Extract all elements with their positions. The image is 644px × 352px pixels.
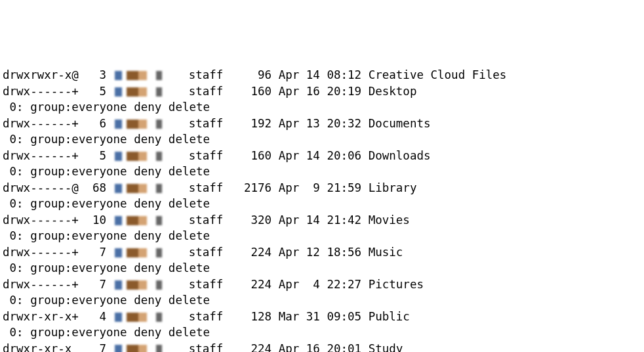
acl-line: 0: group:everyone deny delete [3,131,641,148]
size: 224 [237,278,272,291]
filename: Downloads [369,149,431,162]
space [175,181,189,194]
links: 7 [85,278,106,291]
filename: Study [369,342,403,353]
owner-obscured [115,87,174,97]
links: 7 [85,246,106,259]
space [272,149,279,162]
date: Apr 12 18:56 [279,246,361,259]
date: Apr 14 20:06 [279,149,361,162]
space [361,246,369,259]
group: staff [189,213,224,227]
space [272,246,279,259]
space [106,342,113,353]
filename: Music [369,246,403,259]
ls-row: drwx------+ 7 staff 224 Apr 4 22:27 Pict… [3,276,641,293]
space [361,213,369,227]
group: staff [189,278,224,291]
group: staff [189,149,224,162]
size: 128 [237,310,272,323]
links: 5 [85,85,106,98]
acl-line: 0: group:everyone deny delete [3,260,641,276]
space [79,149,86,162]
space [272,278,279,291]
ls-row: drwx------@ 68 staff 2176 Apr 9 21:59 Li… [3,180,641,196]
perms: drwx------+ [3,213,79,227]
group: staff [189,310,224,323]
group: staff [189,181,224,194]
ls-row: drwx------+ 10 staff 320 Apr 14 21:42 Mo… [3,212,641,229]
perms: drwx------+ [3,149,79,162]
space [223,149,237,162]
space [106,213,113,227]
owner-obscured [115,313,174,322]
size: 192 [237,117,272,130]
filename: Creative Cloud Files [369,68,507,81]
space [175,85,189,98]
space [79,213,86,227]
space [272,85,279,98]
space [361,278,369,291]
ls-row: drwx------+ 5 staff 160 Apr 16 20:19 Des… [3,83,641,100]
links: 3 [85,68,106,81]
space [361,117,369,130]
size: 224 [237,246,272,259]
space [361,342,369,353]
date: Mar 31 09:05 [279,310,361,323]
space [175,246,189,259]
space [272,213,279,227]
space [106,310,113,323]
space [223,246,237,259]
filename: Pictures [369,278,424,291]
links: 4 [85,310,106,323]
space [361,181,369,194]
perms: drwx------+ [3,85,79,98]
links: 6 [85,117,106,130]
links: 10 [85,213,106,227]
space [79,246,86,259]
group: staff [189,246,224,259]
space [361,310,369,323]
group: staff [189,85,224,98]
space [106,149,113,162]
size: 96 [237,68,272,81]
space [106,85,113,98]
space [223,117,237,130]
perms: drwx------+ [3,117,79,130]
space [175,342,189,353]
group: staff [189,68,224,81]
ls-row: drwxr-xr-x 7 staff 224 Apr 16 20:01 Stud… [3,341,641,353]
acl-line: 0: group:everyone deny delete [3,324,641,341]
space [272,181,279,194]
date: Apr 16 20:01 [279,342,361,353]
date: Apr 16 20:19 [279,85,361,98]
space [79,342,86,353]
filename: Movies [369,213,410,227]
space [175,213,189,227]
space [79,310,86,323]
ls-row: drwx------+ 7 staff 224 Apr 12 18:56 Mus… [3,244,641,261]
space [272,117,279,130]
space [106,68,113,81]
space [79,181,86,194]
space [361,85,369,98]
perms: drwx------+ [3,278,79,291]
space [175,68,189,81]
group: staff [189,117,224,130]
space [79,117,86,130]
ls-row: drwx------+ 5 staff 160 Apr 14 20:06 Dow… [3,148,641,164]
ls-row: drwxr-xr-x+ 4 staff 128 Mar 31 09:05 Pub… [3,309,641,325]
date: Apr 9 21:59 [279,181,361,194]
space [106,181,113,194]
date: Apr 13 20:32 [279,117,361,130]
space [361,68,369,81]
space [223,181,237,194]
perms: drwxrwxr-x@ [3,68,79,81]
space [175,278,189,291]
date: Apr 14 21:42 [279,213,361,227]
ls-row: drwxrwxr-x@ 3 staff 96 Apr 14 08:12 Crea… [3,67,641,83]
space [79,278,86,291]
size: 160 [237,85,272,98]
space [272,310,279,323]
acl-line: 0: group:everyone deny delete [3,164,641,180]
